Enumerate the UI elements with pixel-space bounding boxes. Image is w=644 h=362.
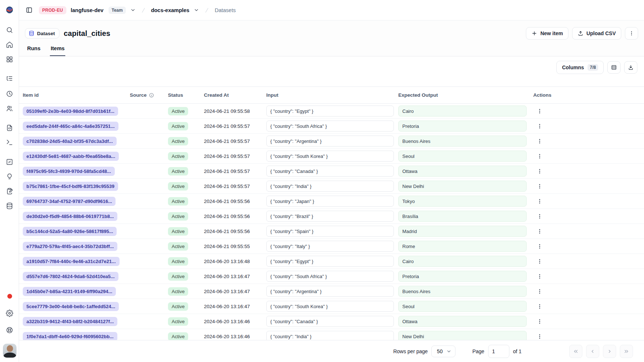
- item-id-badge[interactable]: 05109ef0-2e3b-4e03-98dd-8f7d01b61f...: [23, 107, 118, 116]
- tracing-tree-icon[interactable]: [4, 74, 15, 84]
- table-row[interactable]: d557e7d6-7802-4624-9da6-52d410ea5... Act…: [19, 269, 644, 284]
- first-page-button[interactable]: [569, 345, 582, 358]
- expected-output-cell[interactable]: New Delhi: [398, 331, 527, 340]
- search-icon[interactable]: [4, 25, 15, 35]
- previous-page-button[interactable]: [586, 345, 599, 358]
- table-row[interactable]: b75c7861-1fbe-45cf-bdf6-83f139c95539 Act…: [19, 179, 644, 194]
- column-header-source[interactable]: Source: [130, 92, 168, 98]
- input-cell[interactable]: { "country": "Egypt" }: [266, 106, 394, 117]
- last-page-button[interactable]: [620, 345, 633, 358]
- table-row[interactable]: 1f0e7da1-dbff-4e60-929d-f6095602bb... Ac…: [19, 329, 644, 340]
- column-header-status[interactable]: Status: [168, 92, 204, 98]
- datasets-database-icon[interactable]: [4, 201, 15, 211]
- row-actions-button[interactable]: [534, 151, 545, 162]
- annotation-clipboard-icon[interactable]: [4, 186, 15, 196]
- breadcrumb-project[interactable]: docs-examples: [151, 7, 190, 13]
- input-cell[interactable]: { "country": "South Africa" }: [266, 121, 394, 132]
- expected-output-cell[interactable]: Cairo: [398, 256, 527, 267]
- new-item-button[interactable]: New item: [526, 27, 568, 40]
- sessions-clock-icon[interactable]: [4, 89, 15, 99]
- expected-output-cell[interactable]: Ottawa: [398, 166, 527, 177]
- columns-button[interactable]: Columns 7/8: [556, 61, 604, 74]
- next-page-button[interactable]: [603, 345, 616, 358]
- expected-output-cell[interactable]: Seoul: [398, 151, 527, 162]
- item-id-badge[interactable]: c702838d-24d5-40a2-bf35-67dc3a3df...: [23, 137, 117, 146]
- settings-gear-icon[interactable]: [4, 308, 15, 318]
- evals-percent-icon[interactable]: [4, 157, 15, 167]
- row-actions-button[interactable]: [534, 226, 545, 237]
- column-header-item-id[interactable]: Item id: [23, 92, 130, 98]
- table-row[interactable]: 1d45b0e7-b85a-4231-9149-6ff90a294... Act…: [19, 284, 644, 299]
- item-id-badge[interactable]: 5cee7779-3e00-4eb8-be8c-1affedd524...: [23, 302, 119, 311]
- item-id-badge[interactable]: f4975c95-5fc3-4939-970d-58fa5cd48...: [23, 167, 115, 176]
- row-actions-button[interactable]: [534, 241, 545, 252]
- row-actions-button[interactable]: [534, 136, 545, 147]
- input-cell[interactable]: { "country": "South Korea" }: [266, 301, 394, 312]
- users-icon[interactable]: [4, 103, 15, 114]
- record-dot[interactable]: [4, 291, 15, 301]
- expected-output-cell[interactable]: Buenos Aires: [398, 136, 527, 147]
- input-cell[interactable]: { "country": "Canada" }: [266, 166, 394, 177]
- expected-output-cell[interactable]: Buenos Aires: [398, 286, 527, 297]
- row-actions-button[interactable]: [534, 286, 545, 297]
- table-row[interactable]: f4975c95-5fc3-4939-970d-58fa5cd48... Act…: [19, 164, 644, 179]
- item-id-badge[interactable]: de30d2e0-f5d9-4854-88b6-0619771b8...: [23, 212, 117, 221]
- row-actions-button[interactable]: [534, 181, 545, 192]
- item-id-badge[interactable]: b5c144cd-52a5-4a80-926e-58617f895...: [23, 227, 117, 236]
- table-row[interactable]: 05109ef0-2e3b-4e03-98dd-8f7d01b61f... Ac…: [19, 104, 644, 119]
- input-cell[interactable]: { "country": "India" }: [266, 331, 394, 340]
- dashboard-grid-icon[interactable]: [4, 54, 15, 64]
- breadcrumb-section[interactable]: Datasets: [215, 7, 235, 13]
- expected-output-cell[interactable]: Cairo: [398, 106, 527, 117]
- input-cell[interactable]: { "country": "Argentina" }: [266, 286, 394, 297]
- expected-output-cell[interactable]: Brasília: [398, 211, 527, 222]
- input-cell[interactable]: { "country": "South Africa" }: [266, 271, 394, 282]
- item-id-badge[interactable]: e779a270-579a-4f45-aec4-35b72d3bff...: [23, 242, 117, 251]
- expected-output-cell[interactable]: Tokyo: [398, 196, 527, 207]
- user-avatar[interactable]: [3, 344, 17, 358]
- rows-per-page-select[interactable]: 50: [431, 346, 455, 357]
- column-header-input[interactable]: Input: [266, 92, 398, 98]
- item-id-badge[interactable]: 1d45b0e7-b85a-4231-9149-6ff90a294...: [23, 287, 116, 296]
- row-actions-button[interactable]: [534, 121, 545, 132]
- table-row[interactable]: eed5dafe-244f-465c-a84c-4a6e357251... Ac…: [19, 119, 644, 134]
- item-id-badge[interactable]: 1f0e7da1-dbff-4e60-929d-f6095602bb...: [23, 332, 117, 340]
- row-actions-button[interactable]: [534, 331, 545, 340]
- item-id-badge[interactable]: b75c7861-1fbe-45cf-bdf6-83f139c95539: [23, 182, 118, 191]
- item-id-badge[interactable]: a322b319-9412-4f43-b8f2-b20484127f...: [23, 317, 117, 326]
- export-button[interactable]: [624, 61, 637, 74]
- judge-lightbulb-icon[interactable]: [4, 171, 15, 182]
- item-id-badge[interactable]: e12430df-5e81-4687-aabb-f0ea65be8a...: [23, 152, 119, 161]
- column-header-expected-output[interactable]: Expected Output: [398, 92, 531, 98]
- row-actions-button[interactable]: [534, 271, 545, 282]
- tab-items[interactable]: Items: [50, 45, 65, 56]
- row-actions-button[interactable]: [534, 301, 545, 312]
- input-cell[interactable]: { "country": "South Korea" }: [266, 151, 394, 162]
- item-id-badge[interactable]: a1910d57-7f84-440c-9e46-a31c2d7e21...: [23, 257, 120, 266]
- input-cell[interactable]: { "country": "Spain" }: [266, 226, 394, 237]
- table-row[interactable]: e12430df-5e81-4687-aabb-f0ea65be8a... Ac…: [19, 149, 644, 164]
- org-chevron-down-icon[interactable]: [130, 7, 136, 13]
- table-row[interactable]: de30d2e0-f5d9-4854-88b6-0619771b8... Act…: [19, 209, 644, 224]
- sidebar-toggle-icon[interactable]: [23, 5, 34, 16]
- expected-output-cell[interactable]: Ottawa: [398, 316, 527, 327]
- breadcrumb-org[interactable]: langfuse-dev: [71, 7, 103, 13]
- expected-output-cell[interactable]: New Delhi: [398, 181, 527, 192]
- row-actions-button[interactable]: [534, 211, 545, 222]
- column-header-created-at[interactable]: Created At: [204, 92, 266, 98]
- input-cell[interactable]: { "country": "Canada" }: [266, 316, 394, 327]
- row-actions-button[interactable]: [534, 166, 545, 177]
- input-cell[interactable]: { "country": "India" }: [266, 181, 394, 192]
- row-actions-button[interactable]: [534, 316, 545, 327]
- expected-output-cell[interactable]: Madrid: [398, 226, 527, 237]
- prompts-file-icon[interactable]: [4, 123, 15, 133]
- input-cell[interactable]: { "country": "Japan" }: [266, 196, 394, 207]
- input-cell[interactable]: { "country": "Egypt" }: [266, 256, 394, 267]
- row-actions-button[interactable]: [534, 196, 545, 207]
- upload-csv-button[interactable]: Upload CSV: [572, 27, 621, 40]
- support-lifebuoy-icon[interactable]: [4, 325, 15, 335]
- table-row[interactable]: b5c144cd-52a5-4a80-926e-58617f895... Act…: [19, 224, 644, 239]
- table-row[interactable]: c702838d-24d5-40a2-bf35-67dc3a3df... Act…: [19, 134, 644, 149]
- row-actions-button[interactable]: [534, 106, 545, 117]
- table-row[interactable]: e779a270-579a-4f45-aec4-35b72d3bff... Ac…: [19, 239, 644, 254]
